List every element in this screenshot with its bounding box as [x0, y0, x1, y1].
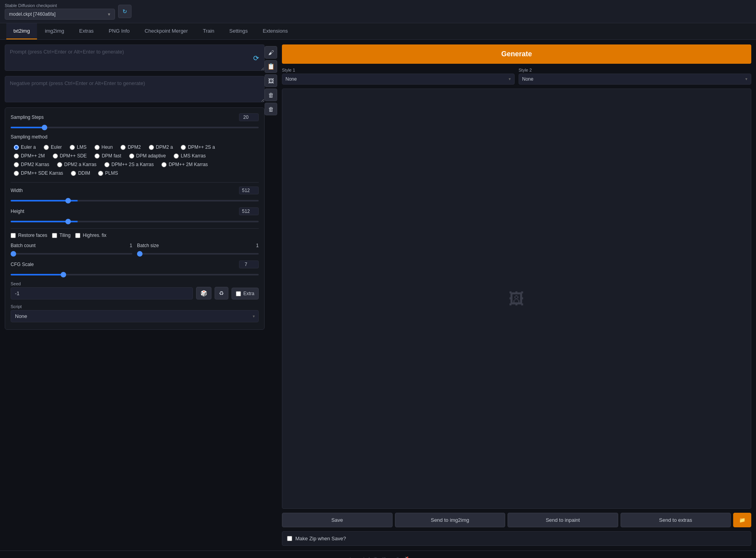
tab-img2img[interactable]: img2img: [38, 23, 71, 39]
style2-label: Style 2: [519, 68, 751, 72]
sampling-method-row2: DPM++ 2M DPM++ SDE DPM fast DPM adaptive…: [11, 152, 259, 160]
radio-dpm2-karras[interactable]: DPM2 Karras: [11, 160, 52, 169]
radio-dpm2-a-karras[interactable]: DPM2 a Karras: [54, 160, 100, 169]
image-preview: 🖼: [282, 89, 751, 509]
script-select-wrapper: None: [11, 310, 259, 322]
sampling-steps-value[interactable]: [239, 113, 259, 121]
image-icon-button[interactable]: 🖼: [265, 74, 277, 87]
radio-lms[interactable]: LMS: [67, 143, 90, 152]
width-value[interactable]: [239, 187, 259, 194]
send-inpaint-button[interactable]: Send to inpaint: [508, 513, 618, 527]
dice-icon: 🎲: [200, 290, 207, 296]
clipboard-icon-button[interactable]: 📋: [265, 60, 277, 73]
script-label: Script: [11, 304, 259, 309]
radio-dpmpp2s-a-karras[interactable]: DPM++ 2S a Karras: [101, 160, 157, 169]
width-group: Width: [11, 187, 259, 203]
style-row: Style 1 None Style 2 None: [282, 68, 751, 85]
cfg-scale-group: CFG Scale: [11, 261, 259, 277]
zip-label: Make Zip when Save?: [295, 536, 346, 541]
footer: view api • built with gradio 🚀: [0, 551, 756, 558]
left-panel: ⟳ Sampling Steps Sampling method Eu: [5, 44, 265, 546]
radio-plms[interactable]: PLMS: [95, 169, 121, 177]
radio-dpmpp2s-a[interactable]: DPM++ 2S a: [178, 143, 218, 152]
sampling-method-row3: DPM2 Karras DPM2 a Karras DPM++ 2S a Kar…: [11, 160, 259, 169]
seed-input[interactable]: [11, 287, 193, 299]
zip-checkbox[interactable]: [287, 536, 292, 541]
positive-prompt-input[interactable]: [5, 44, 265, 71]
radio-dpmpp2m[interactable]: DPM++ 2M: [11, 152, 48, 160]
brush-icon-button[interactable]: 🖌: [265, 46, 277, 59]
refresh-model-button[interactable]: ↻: [118, 5, 132, 18]
sampling-method-row1: Euler a Euler LMS Heun DPM2: [11, 143, 259, 152]
hires-fix-checkbox[interactable]: Highres. fix: [75, 233, 106, 238]
height-slider[interactable]: [11, 221, 259, 222]
tab-settings[interactable]: Settings: [222, 23, 255, 39]
radio-dpmpp-sde-karras[interactable]: DPM++ SDE Karras: [11, 169, 66, 177]
batch-size-slider[interactable]: [137, 253, 259, 255]
radio-dpmpp2m-karras[interactable]: DPM++ 2M Karras: [158, 160, 211, 169]
batch-row: Batch count 1 Batch size 1: [11, 243, 259, 256]
batch-count-group: Batch count 1: [11, 243, 132, 256]
tab-txt2img[interactable]: txt2img: [6, 23, 37, 39]
style1-label: Style 1: [282, 68, 515, 72]
style1-select[interactable]: None: [282, 74, 515, 85]
batch-size-value: 1: [256, 243, 259, 248]
seed-recycle-button[interactable]: ♻: [215, 287, 228, 299]
zip-checkbox-label[interactable]: Make Zip when Save?: [287, 536, 346, 541]
trash-icon-button[interactable]: 🗑: [265, 89, 277, 101]
prompt-refresh-button[interactable]: ⟳: [252, 52, 261, 64]
footer-text: view api • built with gradio 🚀: [347, 556, 409, 558]
batch-count-slider[interactable]: [11, 253, 132, 255]
batch-count-value: 1: [130, 243, 132, 248]
width-slider[interactable]: [11, 200, 259, 201]
tiling-checkbox[interactable]: Tiling: [52, 233, 70, 238]
cfg-scale-value[interactable]: [239, 261, 259, 268]
send-extras-button[interactable]: Send to extras: [621, 513, 731, 527]
radio-euler-a[interactable]: Euler a: [11, 143, 39, 152]
sampling-steps-slider[interactable]: [11, 127, 259, 128]
batch-count-label: Batch count: [11, 243, 35, 248]
radio-dpm2[interactable]: DPM2: [117, 143, 144, 152]
seed-dice-button[interactable]: 🎲: [196, 287, 211, 299]
tab-extras[interactable]: Extras: [72, 23, 101, 39]
cfg-scale-slider[interactable]: [11, 274, 259, 275]
generate-button[interactable]: Generate: [282, 44, 751, 64]
seed-group: Seed: [11, 281, 193, 299]
radio-dpm2-a[interactable]: DPM2 a: [146, 143, 176, 152]
restore-faces-checkbox[interactable]: Restore faces: [11, 233, 47, 238]
sampling-method-section: Sampling method Euler a Euler LMS Heun: [11, 134, 259, 177]
seed-row: Seed 🎲 ♻ Extra: [11, 281, 259, 299]
radio-dpm-adaptive[interactable]: DPM adaptive: [126, 152, 169, 160]
negative-prompt-wrapper: [5, 76, 265, 103]
model-select[interactable]: model.ckpt [7460a6fa]: [5, 9, 115, 20]
script-group: Script None: [11, 304, 259, 322]
batch-size-label: Batch size: [137, 243, 159, 248]
style2-select[interactable]: None: [519, 74, 751, 85]
folder-button[interactable]: 📁: [733, 513, 751, 527]
extra-checkbox[interactable]: Extra: [232, 288, 259, 299]
negative-prompt-input[interactable]: [5, 76, 265, 102]
height-group: Height: [11, 207, 259, 224]
height-value[interactable]: [239, 207, 259, 215]
trash2-icon-button[interactable]: 🗑: [265, 103, 277, 115]
positive-prompt-wrapper: ⟳: [5, 44, 265, 72]
options-checkboxes: Restore faces Tiling Highres. fix: [11, 233, 259, 238]
sampling-steps-label: Sampling Steps: [11, 115, 44, 120]
tab-train[interactable]: Train: [196, 23, 221, 39]
main-layout: ⟳ Sampling Steps Sampling method Eu: [0, 40, 756, 551]
radio-heun[interactable]: Heun: [91, 143, 116, 152]
style2-select-wrapper: None: [519, 74, 751, 85]
send-img2img-button[interactable]: Send to img2img: [395, 513, 506, 527]
side-icons: 🖌 📋 🖼 🗑 🗑: [265, 44, 277, 546]
tab-checkpointmerger[interactable]: Checkpoint Merger: [137, 23, 195, 39]
radio-ddim[interactable]: DDIM: [68, 169, 93, 177]
radio-euler[interactable]: Euler: [41, 143, 65, 152]
tab-pnginfo[interactable]: PNG Info: [102, 23, 137, 39]
script-select[interactable]: None: [11, 310, 259, 322]
radio-dpmpp-sde[interactable]: DPM++ SDE: [50, 152, 90, 160]
refresh-icon: ↻: [122, 8, 127, 15]
save-button[interactable]: Save: [282, 513, 393, 527]
radio-lms-karras[interactable]: LMS Karras: [170, 152, 209, 160]
radio-dpm-fast[interactable]: DPM fast: [91, 152, 124, 160]
tab-extensions[interactable]: Extensions: [256, 23, 295, 39]
